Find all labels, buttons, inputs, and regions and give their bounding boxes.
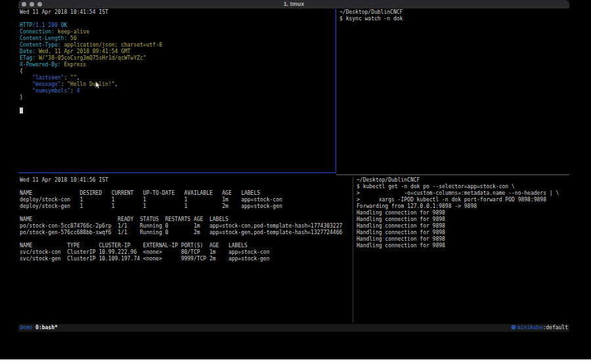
terminal-line: po/stock-gen-576cc688bb-swqf6 1/1 Runnin… bbox=[20, 230, 352, 236]
terminal-line bbox=[20, 184, 352, 190]
pane-http-response[interactable]: Wed 11 Apr 2018 10:41:54 IST HTTP/1.1 20… bbox=[20, 9, 334, 172]
terminal-text: Handling connection for 9898 bbox=[357, 243, 445, 249]
terminal-line bbox=[20, 236, 352, 243]
terminal-line: ETag: W/"38-05coCsrg3mQ75sHr1d/qcWTwYZc" bbox=[20, 55, 334, 62]
terminal-text: NAME DESIRED CURRENT UP-TO-DATE AVAILABL… bbox=[20, 190, 260, 196]
terminal-text: > -o=custom-columns=:metadata.name --no-… bbox=[357, 190, 559, 196]
terminal-text: svc/stock-con ClusterIP 10.99.222.96 <no… bbox=[20, 249, 270, 255]
terminal-line: ~/Desktop/DublinCNCF bbox=[357, 177, 568, 184]
terminal-text: application/json; charset=utf-8 bbox=[64, 42, 162, 48]
window-tab-bash[interactable]: 0:bash* bbox=[35, 325, 58, 331]
terminal-text: Content-Type: bbox=[20, 42, 61, 48]
terminal-text: NAME READY STATUS RESTARTS AGE LABELS bbox=[20, 216, 229, 222]
terminal-line bbox=[20, 210, 352, 216]
terminal-text: "numsymbols" bbox=[32, 88, 70, 94]
terminal-text bbox=[20, 88, 32, 94]
terminal-text: > xargs -IPOD kubectl -n dok port-forwar… bbox=[357, 197, 546, 203]
terminal-line: $ kubectl get -n dok po --selector=app=s… bbox=[357, 184, 568, 190]
terminal-text: po/stock-con-5cc874766c-2p6rp 1/1 Runnin… bbox=[20, 223, 342, 229]
terminal-line: "lastseen": "", bbox=[20, 75, 334, 81]
pane-kubectl-get[interactable]: Wed 11 Apr 2018 10:41:56 IST NAME DESIRE… bbox=[20, 177, 352, 323]
terminal-line: X-Powered-By: Express bbox=[20, 62, 334, 68]
status-left: demo 0:bash* bbox=[20, 324, 58, 332]
terminal-line: Wed 11 Apr 2018 10:41:54 IST bbox=[20, 9, 334, 16]
window-titlebar[interactable]: 1. tmux bbox=[18, 0, 569, 9]
terminal-text: svc/stock-gen ClusterIP 10.109.197.74 <n… bbox=[20, 256, 270, 262]
terminal-line: deploy/stock-con 1 1 1 1 1m app=stock-co… bbox=[20, 197, 352, 203]
terminal-text bbox=[20, 75, 32, 81]
terminal-text: Wed 11 Apr 2018 10:41:54 IST bbox=[20, 9, 108, 15]
terminal-line: NAME DESIRED CURRENT UP-TO-DATE AVAILABL… bbox=[20, 190, 352, 197]
terminal-text: : bbox=[61, 81, 68, 87]
terminal-line: { bbox=[20, 68, 334, 75]
terminal-line: Content-Type: application/json; charset=… bbox=[20, 42, 334, 49]
terminal-line: Handling connection for 9898 bbox=[357, 210, 568, 216]
terminal-line: Handling connection for 9898 bbox=[357, 230, 568, 236]
terminal-text: "Hello Dublin!" bbox=[67, 81, 114, 87]
terminal-line bbox=[20, 16, 334, 22]
terminal-text: Forwarding from 127.0.0.1:9898 -> 9898 bbox=[357, 203, 477, 209]
terminal-text: X-Powered-By: bbox=[20, 62, 61, 68]
terminal-text: HTTP bbox=[20, 22, 32, 28]
pane-divider-horizontal-right[interactable] bbox=[336, 174, 569, 175]
terminal-text: NAME TYPE CLUSTER-IP EXTERNAL-IP PORT(S)… bbox=[20, 243, 248, 249]
terminal-text: : bbox=[70, 88, 77, 94]
terminal-text: 56 bbox=[70, 35, 77, 41]
session-name: demo bbox=[20, 325, 35, 331]
terminal-text: { bbox=[20, 68, 23, 74]
pane-divider-vertical-top[interactable] bbox=[336, 9, 336, 172]
tmux-status-bar: demo 0:bash* minikube:default bbox=[18, 324, 569, 332]
terminal-line: svc/stock-con ClusterIP 10.99.222.96 <no… bbox=[20, 249, 352, 256]
terminal-line: po/stock-con-5cc874766c-2p6rp 1/1 Runnin… bbox=[20, 223, 352, 230]
terminal-line bbox=[20, 108, 334, 114]
terminal-text: ~/Desktop/DublinCNCF bbox=[357, 177, 420, 183]
terminal-text: Handling connection for 9898 bbox=[357, 236, 445, 242]
terminal-text: Handling connection for 9898 bbox=[357, 230, 445, 235]
terminal-text: Wed, 11 Apr 2018 09:41:54 GMT bbox=[39, 49, 131, 54]
terminal-text: Connection: bbox=[20, 29, 55, 35]
terminal-line: > -o=custom-columns=:metadata.name --no-… bbox=[357, 190, 568, 197]
terminal-line: "message": "Hello Dublin!", bbox=[20, 81, 334, 88]
terminal-text: keep-alive bbox=[58, 29, 89, 35]
terminal-line: Handling connection for 9898 bbox=[357, 223, 568, 230]
terminal-line: $ ksync watch -n dok bbox=[339, 16, 568, 22]
terminal-text: /1.1 200 bbox=[32, 22, 60, 28]
pane-divider-vertical-bottom[interactable] bbox=[353, 177, 353, 323]
terminal-line: svc/stock-gen ClusterIP 10.109.197.74 <n… bbox=[20, 256, 352, 262]
terminal-text: } bbox=[20, 94, 23, 100]
terminal-line: Forwarding from 127.0.0.1:9898 -> 9898 bbox=[357, 203, 568, 210]
kube-context: minikube bbox=[517, 325, 543, 331]
kube-namespace: :default bbox=[542, 325, 568, 331]
terminal-line: ~/Desktop/DublinCNCF bbox=[339, 9, 568, 16]
pane-port-forward[interactable]: ~/Desktop/DublinCNCF$ kubectl get -n dok… bbox=[357, 177, 568, 323]
terminal-line: deploy/stock-gen 1 1 1 1 2m app=stock-ge… bbox=[20, 203, 352, 210]
terminal-window: 1. tmux Wed 11 Apr 2018 10:41:54 IST HTT… bbox=[18, 0, 569, 359]
terminal-text: $ ksync watch -n dok bbox=[339, 16, 403, 22]
text-cursor bbox=[20, 108, 23, 113]
terminal-text: ~/Desktop/DublinCNCF bbox=[339, 9, 403, 15]
terminal-text: W/"38-05coCsrg3mQ75sHr1d/qcWTwYZc" bbox=[39, 55, 146, 61]
terminal-line: Wed 11 Apr 2018 10:41:56 IST bbox=[20, 177, 352, 184]
pane-ksync-watch[interactable]: ~/Desktop/DublinCNCF$ ksync watch -n dok bbox=[339, 9, 568, 172]
terminal-line: HTTP/1.1 200 OK bbox=[20, 22, 334, 29]
terminal-text bbox=[20, 81, 32, 87]
kubernetes-wheel-icon bbox=[511, 325, 516, 330]
terminal-text: OK bbox=[61, 22, 68, 28]
window-title: 1. tmux bbox=[18, 1, 569, 7]
terminal-text: 4 bbox=[77, 88, 80, 94]
terminal-line: Handling connection for 9898 bbox=[357, 236, 568, 243]
terminal-line: NAME READY STATUS RESTARTS AGE LABELS bbox=[20, 216, 352, 223]
pane-divider-horizontal-left[interactable] bbox=[18, 172, 336, 173]
terminal-line bbox=[20, 101, 334, 108]
terminal-line: NAME TYPE CLUSTER-IP EXTERNAL-IP PORT(S)… bbox=[20, 243, 352, 249]
terminal-text: deploy/stock-con 1 1 1 1 1m app=stock-co… bbox=[20, 197, 282, 203]
terminal-line: Connection: keep-alive bbox=[20, 29, 334, 35]
terminal-text: "message" bbox=[32, 81, 60, 87]
status-right: minikube:default bbox=[511, 324, 568, 332]
terminal-text: "" bbox=[70, 75, 77, 81]
mouse-cursor bbox=[95, 81, 100, 89]
terminal-line: } bbox=[20, 94, 334, 101]
terminal-text: Handling connection for 9898 bbox=[357, 223, 445, 229]
terminal-text: $ kubectl get -n dok po --selector=app=s… bbox=[357, 184, 515, 190]
terminal-text: : bbox=[64, 75, 70, 81]
